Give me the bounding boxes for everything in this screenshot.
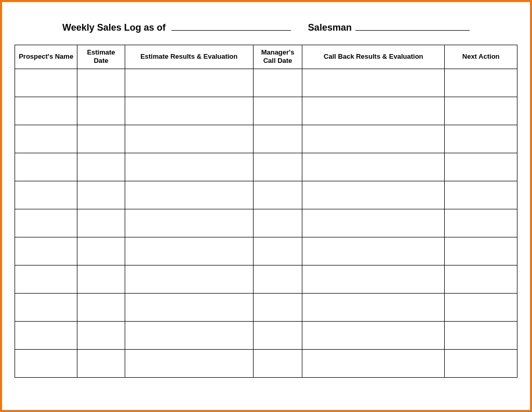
table-cell[interactable] — [125, 153, 253, 181]
table-row — [15, 125, 517, 153]
table-cell[interactable] — [253, 237, 302, 265]
table-cell[interactable] — [445, 209, 517, 237]
table-row — [15, 209, 517, 237]
table-cell[interactable] — [125, 97, 253, 125]
table-row — [15, 265, 517, 293]
table-cell[interactable] — [302, 265, 445, 293]
salesman-blank-line[interactable] — [355, 21, 470, 31]
table-cell[interactable] — [15, 293, 77, 321]
table-row — [15, 321, 517, 349]
col-header-estimate-results: Estimate Results & Evaluation — [125, 45, 253, 69]
table-cell[interactable] — [253, 321, 302, 349]
col-header-next-action: Next Action — [445, 45, 517, 69]
table-cell[interactable] — [77, 69, 125, 97]
table-cell[interactable] — [302, 321, 445, 349]
document-frame: Weekly Sales Log as of Salesman Prospect… — [0, 0, 532, 412]
title-prefix: Weekly Sales Log as of — [62, 22, 166, 33]
table-cell[interactable] — [15, 237, 77, 265]
table-cell[interactable] — [77, 237, 125, 265]
table-cell[interactable] — [125, 293, 253, 321]
table-row — [15, 97, 517, 125]
table-cell[interactable] — [15, 349, 77, 377]
table-cell[interactable] — [445, 181, 517, 209]
table-cell[interactable] — [253, 209, 302, 237]
table-row — [15, 69, 517, 97]
table-cell[interactable] — [77, 125, 125, 153]
table-cell[interactable] — [445, 153, 517, 181]
table-cell[interactable] — [253, 153, 302, 181]
col-header-prospect: Prospect's Name — [15, 45, 77, 69]
table-cell[interactable] — [77, 265, 125, 293]
table-cell[interactable] — [125, 125, 253, 153]
table-cell[interactable] — [77, 181, 125, 209]
table-cell[interactable] — [125, 321, 253, 349]
table-cell[interactable] — [445, 265, 517, 293]
table-cell[interactable] — [445, 69, 517, 97]
form-header: Weekly Sales Log as of Salesman — [15, 21, 517, 33]
table-cell[interactable] — [253, 181, 302, 209]
table-cell[interactable] — [125, 69, 253, 97]
table-cell[interactable] — [15, 321, 77, 349]
table-body — [15, 69, 517, 377]
sales-log-table: Prospect's Name Estimate Date Estimate R… — [15, 45, 517, 378]
table-cell[interactable] — [302, 125, 445, 153]
table-cell[interactable] — [253, 265, 302, 293]
table-cell[interactable] — [15, 209, 77, 237]
table-cell[interactable] — [445, 349, 517, 377]
table-cell[interactable] — [302, 181, 445, 209]
table-row — [15, 349, 517, 377]
table-cell[interactable] — [15, 153, 77, 181]
salesman-label: Salesman — [308, 22, 352, 33]
table-row — [15, 293, 517, 321]
table-cell[interactable] — [15, 181, 77, 209]
table-cell[interactable] — [77, 97, 125, 125]
table-cell[interactable] — [253, 125, 302, 153]
table-header-row: Prospect's Name Estimate Date Estimate R… — [15, 45, 517, 69]
col-header-estimate-date: Estimate Date — [77, 45, 125, 69]
table-cell[interactable] — [253, 349, 302, 377]
table-cell[interactable] — [445, 293, 517, 321]
table-cell[interactable] — [77, 293, 125, 321]
table-cell[interactable] — [77, 321, 125, 349]
table-cell[interactable] — [15, 125, 77, 153]
table-cell[interactable] — [77, 153, 125, 181]
table-cell[interactable] — [302, 293, 445, 321]
table-cell[interactable] — [253, 293, 302, 321]
table-cell[interactable] — [302, 209, 445, 237]
col-header-manager-call-date: Manager's Call Date — [253, 45, 302, 69]
table-row — [15, 237, 517, 265]
table-cell[interactable] — [445, 321, 517, 349]
table-cell[interactable] — [302, 237, 445, 265]
table-cell[interactable] — [125, 349, 253, 377]
table-cell[interactable] — [302, 69, 445, 97]
table-cell[interactable] — [253, 97, 302, 125]
table-cell[interactable] — [15, 97, 77, 125]
table-cell[interactable] — [15, 265, 77, 293]
table-cell[interactable] — [125, 181, 253, 209]
table-cell[interactable] — [302, 153, 445, 181]
table-cell[interactable] — [125, 209, 253, 237]
table-cell[interactable] — [125, 237, 253, 265]
col-header-callback-results: Call Back Results & Evaluation — [302, 45, 445, 69]
table-cell[interactable] — [77, 349, 125, 377]
table-cell[interactable] — [445, 125, 517, 153]
table-cell[interactable] — [445, 237, 517, 265]
table-cell[interactable] — [77, 209, 125, 237]
asof-blank-line[interactable] — [171, 21, 291, 31]
table-cell[interactable] — [302, 349, 445, 377]
table-row — [15, 181, 517, 209]
table-cell[interactable] — [302, 97, 445, 125]
table-row — [15, 153, 517, 181]
table-cell[interactable] — [15, 69, 77, 97]
table-cell[interactable] — [125, 265, 253, 293]
table-cell[interactable] — [445, 97, 517, 125]
table-cell[interactable] — [253, 69, 302, 97]
